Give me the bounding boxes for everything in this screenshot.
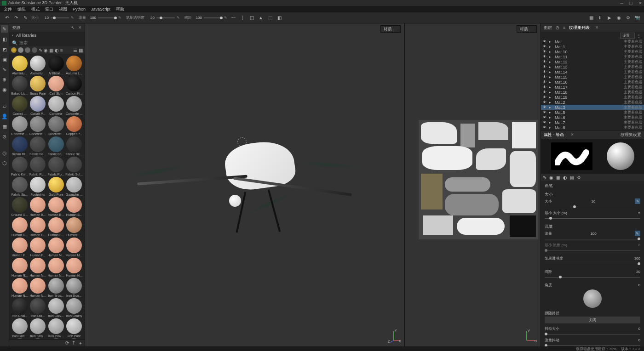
history-icon[interactable]: ◷ xyxy=(556,25,559,30)
asset-item[interactable]: Human F... xyxy=(11,238,28,257)
fill-tool[interactable]: ▣ xyxy=(1,56,8,63)
visibility-icon[interactable]: 👁 xyxy=(543,90,547,94)
texture-set-row[interactable]: 👁 ▸ Mat.14 主要着色器 xyxy=(541,69,644,74)
mirror-icon[interactable]: ▲ xyxy=(258,15,264,21)
texture-set-row[interactable]: 👁 ▸ Mat.1 主要着色器 xyxy=(541,44,644,49)
asset-item[interactable]: Human N... xyxy=(47,258,64,277)
asset-item[interactable]: Iron Galv... xyxy=(47,298,64,317)
asset-item[interactable]: Fabric Sof... xyxy=(65,157,83,176)
texture-set-row[interactable]: 👁 ▸ Mat.19 主要着色器 xyxy=(541,95,644,100)
visibility-icon[interactable]: 👁 xyxy=(543,115,547,119)
asset-item[interactable]: Fabric De... xyxy=(65,136,83,156)
filter-view-list-icon[interactable]: ☰ xyxy=(73,48,77,53)
spacing-slider[interactable] xyxy=(545,275,640,280)
render-icon[interactable]: ▶ xyxy=(606,15,613,21)
expand-icon[interactable]: ▸ xyxy=(549,111,553,114)
texture-set-row[interactable]: 👁 ▸ Mat.15 主要着色器 xyxy=(541,74,644,79)
visibility-icon[interactable]: 👁 xyxy=(543,105,547,109)
slider-流量[interactable]: 流量 100 ✎ xyxy=(79,15,121,20)
clone-tool[interactable]: ⊕ xyxy=(1,76,8,83)
asset-item[interactable]: Fabric Su... xyxy=(11,177,28,196)
asset-item[interactable]: Human N... xyxy=(11,278,28,297)
asset-item[interactable]: Human E... xyxy=(29,217,46,237)
visibility-icon[interactable]: 👁 xyxy=(543,100,547,104)
jitter-size-value[interactable]: 0 xyxy=(638,327,640,331)
expand-icon[interactable]: ▸ xyxy=(549,121,553,125)
asset-item[interactable]: Iron Grin... xyxy=(29,318,46,338)
expand-icon[interactable]: ▸ xyxy=(549,65,553,69)
visibility-icon[interactable]: 👁 xyxy=(543,80,547,84)
hide-tool[interactable]: ⊘ xyxy=(1,133,8,140)
size-value[interactable]: 10 xyxy=(592,199,596,204)
asset-import-icon[interactable]: ⤒ xyxy=(72,340,75,345)
log-icon[interactable]: ≡ xyxy=(563,25,565,30)
expand-icon[interactable]: ▸ xyxy=(549,80,553,84)
props-stencil-icon[interactable]: ▦ xyxy=(556,175,560,180)
asset-item[interactable]: Fabric Ro... xyxy=(29,157,46,176)
breadcrumb[interactable]: All libraries xyxy=(16,33,36,38)
filter-smart[interactable] xyxy=(18,47,23,53)
expand-icon[interactable]: ▸ xyxy=(549,60,553,64)
menu-帮助[interactable]: 帮助 xyxy=(116,6,124,12)
mesh-fill-tool[interactable]: 👤 xyxy=(1,113,8,120)
filter-material[interactable] xyxy=(11,47,17,53)
lazy-mouse-icon[interactable]: 〰 xyxy=(230,15,236,21)
visibility-icon[interactable]: 👁 xyxy=(543,110,547,114)
ortho-icon[interactable]: ◧ xyxy=(276,15,282,21)
viewport-mode-icon[interactable]: ▦ xyxy=(588,15,594,21)
asset-item[interactable]: Denim Ri... xyxy=(11,136,28,156)
asset-item[interactable]: Human F... xyxy=(47,217,64,237)
baking-tool[interactable]: ◎ xyxy=(1,149,8,157)
asset-item[interactable]: Human N... xyxy=(29,278,46,297)
asset-item[interactable]: Aluminiu... xyxy=(11,56,28,75)
visibility-icon[interactable]: 👁 xyxy=(543,75,547,79)
asset-item[interactable]: Carbon Fi... xyxy=(65,76,83,95)
smudge-tool[interactable]: ∿ xyxy=(1,66,8,73)
asset-item[interactable]: Iron Grin... xyxy=(11,318,28,338)
asset-item[interactable]: Human N... xyxy=(29,258,46,277)
expand-icon[interactable]: ▸ xyxy=(549,91,553,94)
stamp-tool[interactable]: ⬡ xyxy=(1,159,8,167)
brush-material-preview[interactable] xyxy=(607,142,634,170)
menu-视图[interactable]: 视图 xyxy=(59,6,67,12)
asset-item[interactable]: Concrete ... xyxy=(11,116,28,136)
size-pressure-checkbox[interactable]: ✎ xyxy=(635,198,640,204)
undo-icon[interactable]: ↶ xyxy=(4,15,10,21)
props-material-icon[interactable]: ◐ xyxy=(563,175,567,180)
filter-env-icon[interactable]: ◐ xyxy=(55,48,59,53)
flow-slider[interactable] xyxy=(545,237,640,242)
texture-set-row[interactable]: 👁 ▸ Mat.17 主要着色器 xyxy=(541,85,644,90)
texture-set-row[interactable]: 👁 ▸ Mat.6 主要着色器 xyxy=(541,115,644,120)
props-channels-icon[interactable]: ▤ xyxy=(570,175,574,180)
jitter-size-slider[interactable] xyxy=(545,332,640,337)
opacity-value[interactable]: 100 xyxy=(634,256,640,260)
visibility-icon[interactable]: 👁 xyxy=(543,120,547,125)
asset-item[interactable]: Ground G... xyxy=(11,197,28,216)
asset-item[interactable]: Cobalt P... xyxy=(29,96,46,115)
iray-icon[interactable]: ◉ xyxy=(615,15,622,21)
material-picker-tool[interactable]: ◉ xyxy=(1,86,8,93)
asset-item[interactable]: Iron Chai... xyxy=(11,298,28,317)
close-icon[interactable]: ✕ xyxy=(595,25,599,30)
texture-set-row[interactable]: 👁 ▸ Mat.8 主要着色器 xyxy=(541,125,644,130)
texture-set-row[interactable]: 👁 ▸ Mat.3 主要着色器 xyxy=(541,105,644,110)
breadcrumb-back-icon[interactable]: ‹ xyxy=(12,33,13,38)
asset-item[interactable]: Baked Lig... xyxy=(11,76,28,95)
asset-item[interactable]: Human N... xyxy=(11,258,28,277)
asset-item[interactable]: Aluminiu... xyxy=(29,56,46,75)
expand-icon[interactable]: ▸ xyxy=(549,70,553,74)
visibility-icon[interactable]: 👁 xyxy=(543,55,547,59)
filter-texture-icon[interactable]: ▦ xyxy=(49,48,53,53)
asset-item[interactable]: Brass Pure xyxy=(29,76,46,95)
flow-value[interactable]: 100 xyxy=(590,232,596,236)
visibility-icon[interactable]: 👁 xyxy=(543,60,547,64)
close-icon[interactable]: ✕ xyxy=(570,132,574,137)
visibility-icon[interactable]: 👁 xyxy=(543,95,547,99)
symmetry-icon[interactable]: ⦚ xyxy=(239,15,246,21)
texture-set-row[interactable]: 👁 ▸ Mat.16 主要着色器 xyxy=(541,79,644,85)
menu-窗口[interactable]: 窗口 xyxy=(45,6,53,12)
texture-set-row[interactable]: 👁 ▸ Mat.10 主要着色器 xyxy=(541,49,644,54)
expand-icon[interactable]: ▸ xyxy=(549,85,553,89)
asset-item[interactable]: Human M... xyxy=(65,238,83,257)
tab-properties[interactable]: 属性 - 绘画 xyxy=(544,132,564,138)
